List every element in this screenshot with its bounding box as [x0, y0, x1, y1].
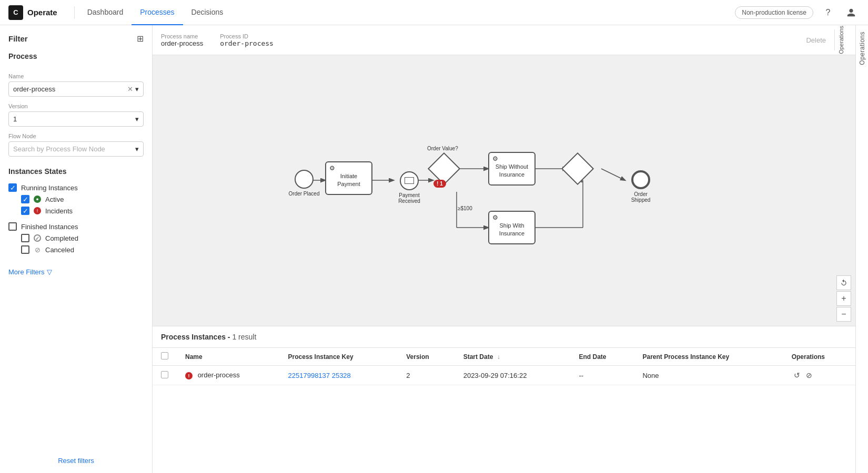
incidents-row[interactable]: ✓ ! Incidents — [8, 205, 144, 217]
end-event — [631, 170, 650, 189]
finished-instances-label: Finished Instances — [21, 223, 78, 231]
row-key-link[interactable]: 22517998137 25328 — [288, 372, 351, 379]
version-select[interactable]: 1 ▾ — [8, 111, 144, 127]
finished-instances-row[interactable]: Finished Instances — [8, 221, 144, 232]
zoom-controls: + − — [836, 275, 851, 322]
name-clear-btn[interactable]: ✕ — [127, 85, 133, 93]
row-end-date-cell: -- — [571, 366, 634, 385]
initiate-payment-label: InitiatePayment — [337, 168, 360, 188]
incident-badge: ! 1 — [433, 180, 446, 188]
canceled-row[interactable]: ⊘ Canceled — [8, 244, 144, 255]
app-logo: C Operate — [8, 5, 57, 20]
header-end-date: End Date — [571, 348, 634, 366]
filter-adjust-icon[interactable]: ⊞ — [137, 34, 144, 44]
version-select-value: 1 — [13, 115, 135, 123]
cancel-instance-button[interactable]: ⊘ — [804, 370, 814, 381]
initiate-payment-node: ⚙ InitiatePayment — [325, 161, 372, 195]
more-filters-btn[interactable]: More Filters ▽ — [8, 268, 144, 276]
active-label: Active — [45, 196, 64, 203]
threshold-label: ≥$100 — [458, 205, 472, 211]
active-indicator: ● — [34, 196, 41, 203]
app-name: Operate — [27, 8, 57, 17]
finished-instances-group: Finished Instances ✓ Completed ⊘ Cancele… — [8, 221, 144, 255]
row-version-cell: 2 — [398, 366, 455, 385]
row-operations-cell: ↺ ⊘ — [783, 366, 855, 385]
payment-received-event — [400, 171, 419, 190]
zoom-out-button[interactable]: − — [836, 307, 851, 322]
finished-instances-checkbox[interactable] — [8, 222, 17, 231]
table-row: ! order-process 22517998137 25328 2 2023… — [153, 366, 855, 385]
active-checkbox[interactable]: ✓ — [21, 195, 29, 203]
running-instances-label: Running Instances — [21, 184, 78, 192]
flow-node-placeholder: Search by Process Flow Node — [13, 145, 135, 153]
sidebar: Filter ⊞ Process Name order-process ✕ ▾ … — [0, 25, 153, 473]
instances-states-title: Instances States — [8, 167, 144, 176]
header-start-date[interactable]: Start Date ↓ — [455, 348, 571, 366]
completed-row[interactable]: ✓ Completed — [8, 232, 144, 244]
gateway1-node: Order Value? ! 1 — [432, 157, 456, 180]
task-gear-icon: ⚙ — [329, 164, 335, 172]
user-button[interactable] — [843, 4, 860, 21]
help-button[interactable]: ? — [820, 4, 836, 21]
row-checkbox[interactable] — [161, 371, 168, 378]
order-shipped-node: Order Shipped — [625, 170, 657, 203]
nav-right: Non-production license ? — [735, 4, 860, 21]
payment-received-node: PaymentReceived — [393, 171, 425, 204]
instances-result-count: 1 result — [232, 333, 256, 341]
completed-indicator: ✓ — [34, 234, 41, 242]
name-select-value: order-process — [13, 85, 127, 93]
nav-decisions[interactable]: Decisions — [183, 0, 232, 25]
zoom-reset-button[interactable] — [836, 275, 851, 290]
order-placed-node: Order Placed — [288, 170, 320, 197]
zoom-in-button[interactable]: + — [836, 291, 851, 306]
nav-dashboard[interactable]: Dashboard — [79, 0, 132, 25]
nav-separator — [74, 6, 75, 19]
operations-panel-label[interactable]: Operations — [859, 32, 866, 65]
retry-button[interactable]: ↺ — [792, 370, 802, 381]
process-id-info: Process ID order-process — [220, 33, 274, 47]
order-value-label: Order Value? — [427, 146, 458, 151]
nav-processes[interactable]: Processes — [132, 0, 183, 25]
initiate-payment-task: ⚙ InitiatePayment — [325, 161, 372, 195]
incidents-checkbox[interactable]: ✓ — [21, 207, 29, 215]
process-id-value: order-process — [220, 39, 274, 47]
order-placed-label: Order Placed — [288, 191, 320, 197]
instances-header: Process Instances - 1 result — [153, 326, 855, 348]
row-parent-key-cell: None — [634, 366, 783, 385]
ship-with-insurance-node: ⚙ Ship WithInsurance — [488, 211, 536, 244]
completed-checkbox[interactable] — [21, 234, 29, 242]
completed-label: Completed — [45, 234, 78, 242]
row-key-cell: 22517998137 25328 — [280, 366, 398, 385]
reset-filters-btn[interactable]: Reset filters — [8, 448, 144, 465]
right-operations-panel: Operations — [855, 25, 868, 473]
name-select[interactable]: order-process ✕ ▾ — [8, 81, 144, 97]
payment-received-label: PaymentReceived — [393, 192, 425, 204]
ship-ins-gear-icon: ⚙ — [492, 214, 498, 221]
user-icon — [846, 8, 856, 17]
row-start-date-cell: 2023-09-29 07:16:22 — [455, 366, 571, 385]
name-label: Name — [8, 73, 144, 79]
process-name-value: order-process — [161, 39, 203, 47]
instances-table-head: Name Process Instance Key Version Start … — [153, 348, 855, 366]
canceled-checkbox[interactable] — [21, 245, 29, 254]
main-layout: Filter ⊞ Process Name order-process ✕ ▾ … — [0, 25, 868, 473]
row-end-date: -- — [579, 372, 584, 379]
flow-node-select[interactable]: Search by Process Flow Node ▾ — [8, 141, 144, 157]
name-chevron-icon: ▾ — [135, 85, 139, 93]
select-all-checkbox[interactable] — [161, 352, 168, 359]
ship-with-insurance-label: Ship WithInsurance — [499, 218, 524, 237]
running-instances-checkbox[interactable]: ✓ — [8, 183, 17, 192]
operations-panel-toggle[interactable]: Operations — [834, 29, 847, 50]
content-area: Process name order-process Process ID or… — [153, 25, 855, 473]
instances-table: Name Process Instance Key Version Start … — [153, 348, 855, 385]
row-incident-icon: ! — [185, 372, 193, 379]
active-row[interactable]: ✓ ● Active — [8, 193, 144, 205]
start-event — [295, 170, 314, 189]
incident-count: 1 — [440, 181, 443, 187]
diagram-area: Order Placed ⚙ InitiatePayment — [153, 55, 855, 326]
sort-icon: ↓ — [497, 353, 500, 361]
running-instances-row[interactable]: ✓ Running Instances — [8, 182, 144, 193]
delete-button[interactable]: Delete — [802, 34, 830, 46]
message-icon — [405, 177, 414, 184]
header-checkbox-col — [153, 348, 177, 366]
